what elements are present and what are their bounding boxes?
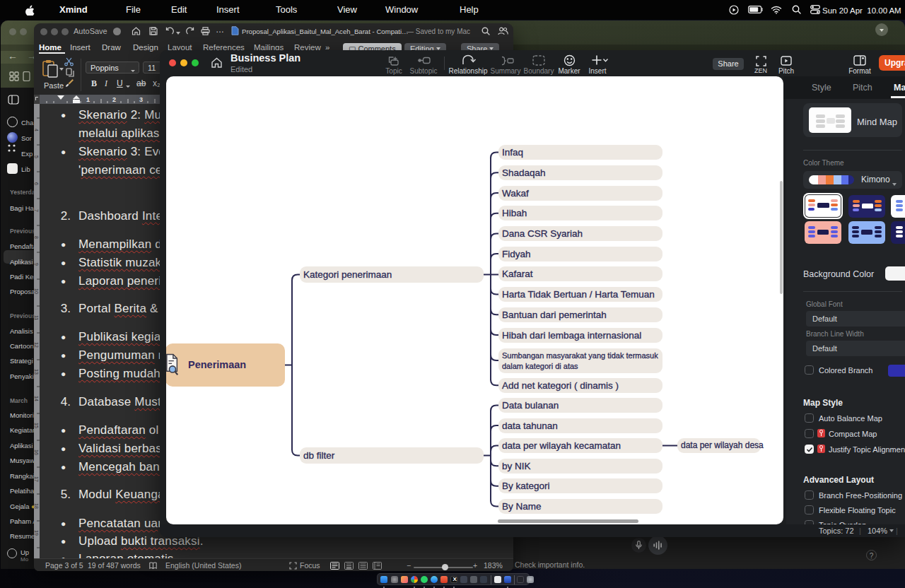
- svg-text:14: 14: [34, 396, 39, 401]
- svg-text:18: 18: [34, 503, 39, 509]
- svg-text:11: 11: [34, 315, 39, 320]
- svg-text:10: 10: [34, 288, 39, 294]
- svg-text:19: 19: [34, 530, 39, 536]
- svg-text:7: 7: [34, 209, 39, 212]
- svg-text:1: 1: [86, 96, 90, 103]
- svg-text:8: 8: [34, 236, 39, 239]
- svg-text:16: 16: [34, 449, 39, 455]
- svg-text:4: 4: [34, 129, 39, 131]
- svg-text:15: 15: [34, 423, 39, 428]
- svg-text:6: 6: [34, 182, 39, 185]
- svg-text:5: 5: [34, 155, 39, 158]
- svg-text:13: 13: [34, 369, 39, 375]
- svg-text:3: 3: [139, 96, 143, 103]
- svg-text:2: 2: [112, 96, 116, 103]
- svg-text:12: 12: [34, 342, 39, 348]
- svg-text:17: 17: [34, 476, 39, 482]
- svg-text:9: 9: [34, 263, 39, 266]
